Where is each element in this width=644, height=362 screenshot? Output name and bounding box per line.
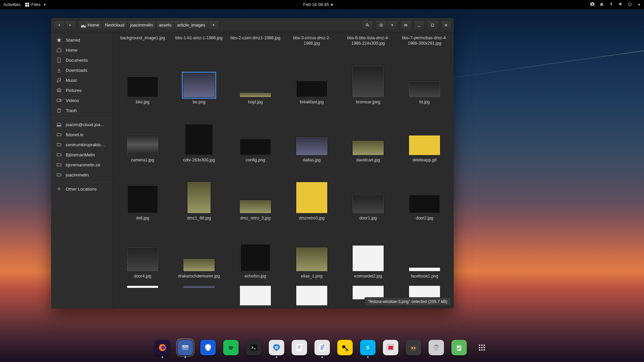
file-item[interactable]: davidcarr.jpg	[340, 111, 396, 163]
file-item[interactable]: cdtv-263x300.jpg	[171, 111, 227, 163]
file-item[interactable]: bt.jpg	[396, 53, 453, 105]
file-item[interactable]: door4.jpg	[114, 227, 171, 279]
file-item[interactable]: ezensedel2.jpg	[340, 227, 396, 279]
sidebar-item-videos[interactable]: Videos	[51, 95, 113, 105]
dock-app-libreoffice-writer[interactable]	[314, 340, 330, 355]
sidebar-item-music[interactable]: Music	[51, 75, 113, 85]
file-item[interactable]: bbs-6-bbs-lista-dmz-4-1986-224x300.jpg	[340, 34, 396, 47]
file-item[interactable]: bbs-7-permobas-dmz-4-1986-300x291.jpg	[396, 34, 453, 47]
sidebar-item-bookmark[interactable]: fidonet.io	[51, 130, 113, 140]
file-item[interactable]: elias_1.png	[284, 227, 340, 279]
dock-app-trash[interactable]	[429, 340, 444, 355]
dock-app-firefox[interactable]	[155, 340, 170, 355]
svg-text:S: S	[366, 345, 369, 350]
sidebar-item-bookmark[interactable]: joacimmelin	[51, 170, 113, 180]
sidebar-item-downloads[interactable]: Downloads	[51, 65, 113, 75]
file-item[interactable]: config.png	[227, 111, 284, 163]
file-thumbnail	[352, 245, 384, 272]
dock-app-shotwell[interactable]	[383, 340, 398, 355]
file-item[interactable]: bbs-3-circus-dmz-2-1986.jpg	[284, 34, 340, 47]
file-item[interactable]: dmz1_86.jpg	[171, 169, 227, 221]
breadcrumb-item[interactable]: joacimmelin	[127, 20, 156, 30]
file-item[interactable]: background_image1.jpg	[114, 34, 171, 47]
file-item[interactable]	[114, 285, 171, 309]
dock-app-trash-green[interactable]	[451, 340, 467, 355]
network-icon[interactable]	[599, 2, 604, 7]
dock: RS	[149, 337, 495, 359]
file-item[interactable]: bromsar.jpeg	[340, 53, 396, 105]
dock-app-skype[interactable]: S	[360, 340, 376, 355]
file-item[interactable]	[284, 285, 340, 309]
breadcrumb-home[interactable]: Home	[78, 20, 102, 30]
power-icon[interactable]	[628, 2, 632, 7]
sidebar-item-home[interactable]: Home	[51, 45, 113, 55]
file-item[interactable]: camera1.jpg	[114, 111, 171, 163]
minimize-button[interactable]	[413, 20, 425, 30]
file-item[interactable]	[171, 285, 227, 309]
file-label: door4.jpg	[134, 274, 151, 279]
forward-button[interactable]	[64, 20, 76, 30]
file-item[interactable]: dallas.jpg	[284, 111, 340, 163]
sidebar-item-documents[interactable]: Documents	[51, 55, 113, 65]
file-item[interactable]: dell.jpg	[114, 169, 171, 221]
file-item[interactable]: facebook1.png	[396, 227, 453, 279]
file-item[interactable]: door2.jpg	[396, 169, 453, 221]
dock-app-files[interactable]	[178, 340, 193, 355]
path-bar-menu[interactable]: ▼	[208, 20, 219, 30]
file-item[interactable]: breakfast.jpg	[284, 53, 340, 105]
file-item[interactable]: bojd.jpg	[227, 53, 284, 105]
dock-app-bitwarden[interactable]	[200, 340, 216, 355]
dock-app-text-editor[interactable]	[292, 340, 307, 355]
maximize-button[interactable]	[427, 20, 438, 30]
sidebar-item-pictures[interactable]: Pictures	[51, 85, 113, 95]
volume-icon[interactable]	[618, 2, 623, 7]
sidebar-item-other-locations[interactable]: Other Locations	[51, 182, 113, 194]
breadcrumb-item[interactable]: assets	[156, 20, 174, 30]
view-toggle-button[interactable]	[375, 20, 387, 30]
sidebar-item-starred[interactable]: Starred	[51, 35, 113, 45]
file-thumbnail	[185, 123, 213, 156]
file-item[interactable]: deleteapp.gif	[396, 111, 453, 163]
dock-app-keepass[interactable]	[337, 340, 353, 355]
dock-app-show-applications[interactable]	[474, 340, 490, 355]
bluetooth-icon[interactable]	[609, 2, 613, 7]
dock-app-remmina[interactable]: R	[269, 340, 284, 355]
file-item[interactable]: door1.jpg	[340, 169, 396, 221]
file-thumbnail	[187, 182, 211, 214]
view-menu-button[interactable]: ▼	[387, 20, 398, 30]
file-item[interactable]: bko.jpg	[114, 53, 171, 105]
svg-text:R: R	[275, 345, 278, 350]
breadcrumb-item[interactable]: article_images	[174, 20, 208, 30]
back-button[interactable]	[53, 20, 64, 30]
file-item[interactable]: bo.png	[171, 53, 227, 105]
file-grid-area[interactable]: background_image1.jpgbbs-1-b1-amz-1-1986…	[113, 32, 454, 309]
document-icon	[56, 57, 62, 63]
file-item[interactable]	[227, 285, 284, 309]
sidebar-item-bookmark[interactable]: bjoremanmelin.se	[51, 160, 113, 170]
close-button[interactable]	[440, 20, 452, 30]
file-item[interactable]: bbs-1-b1-amz-1-1986.jpg	[171, 34, 227, 47]
file-item[interactable]: drakarochdemoner.jpg	[171, 227, 227, 279]
svg-point-20	[479, 345, 480, 346]
activities-button[interactable]: Activities	[3, 2, 20, 7]
dock-app-gimp[interactable]	[406, 340, 421, 355]
app-menu[interactable]: Files ▼	[25, 2, 46, 7]
screenshot-icon[interactable]	[590, 2, 595, 7]
file-item[interactable]: dmzretro3.jpg	[284, 169, 340, 221]
file-item[interactable]: echofon.jpg	[227, 227, 284, 279]
hamburger-menu-button[interactable]	[400, 20, 411, 30]
file-thumbnail	[127, 247, 159, 272]
search-button[interactable]	[362, 20, 373, 30]
sidebar-item-bookmark[interactable]: centrumkiroprakto…	[51, 140, 113, 150]
file-item[interactable]: dmz_retro_3.jpg	[227, 169, 284, 221]
sidebar-item-trash[interactable]: Trash	[51, 105, 113, 115]
file-item[interactable]: bbs-2-czen-dmz1-1986.jpg	[227, 34, 284, 47]
sidebar-item-remote[interactable]: joacim@cloud.joa…	[51, 117, 113, 130]
sidebar-item-bookmark[interactable]: BjöremanMelin	[51, 150, 113, 160]
chevron-down-icon[interactable]: ▼	[638, 3, 641, 6]
dock-app-spotify[interactable]	[223, 340, 239, 355]
clock[interactable]: Feb 16 08:45	[303, 2, 329, 7]
dock-app-terminal[interactable]	[246, 340, 261, 355]
breadcrumb-item[interactable]: Nextcloud	[102, 20, 127, 30]
home-icon	[56, 47, 62, 53]
